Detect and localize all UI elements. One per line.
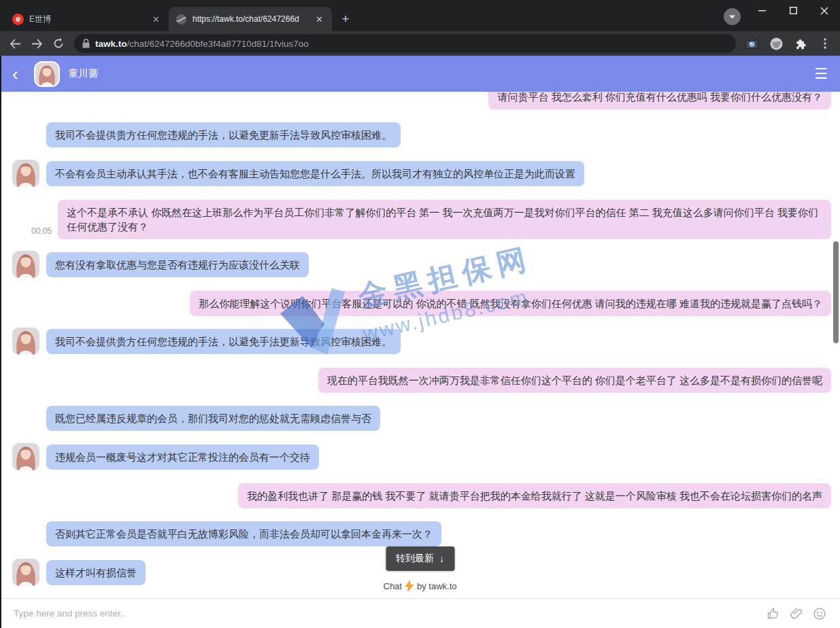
message-row: 违规会员一概废号这才对其它正常投注的会员有一个交待: [12, 444, 831, 470]
message-list: 请问贵平台 我怎么套利 你们充值有什么优惠吗 我要你们什么优惠没有？ 我司不会提…: [0, 92, 840, 586]
chat-back-button[interactable]: ‹: [12, 65, 30, 83]
message-input[interactable]: [14, 608, 756, 618]
browser-menu-button[interactable]: [815, 33, 835, 54]
message-row: 那么你能理解这个说明你们平台客服还是可以的 你说的不错 既然我没有拿你们任何优惠…: [12, 291, 831, 316]
thumbs-up-button[interactable]: [767, 607, 780, 621]
message-row: 我司不会提供贵方任何您违规的手法，以避免更新手法导致风控审核困难。: [12, 122, 831, 148]
jump-to-latest-label: 转到最新: [396, 553, 434, 565]
eshibo-favicon-icon: e: [12, 14, 24, 25]
message-bubble: 违规会员一概废号这才对其它正常投注的会员有一个交待: [46, 444, 319, 470]
message-row: 请问贵平台 我怎么套利 你们充值有什么优惠吗 我要你们什么优惠没有？: [12, 92, 831, 109]
message-bubble: 我的盈利我也讲了 那是赢的钱 我不要了 就请贵平台把我的本金给我就行了 这就是一…: [238, 483, 831, 508]
tab-title: E世博: [29, 14, 145, 25]
chat-header: ‹ 童川蔷 ☰: [0, 56, 840, 92]
message-row: 现在的平台我既然一次冲两万我是非常信任你们这个平台的 你们是个老平台了 这么多是…: [12, 368, 831, 393]
message-row: 不会有会员主动承认其手法，也不会有客服主动告知您您是什么手法。所以我司才有独立的…: [12, 161, 831, 187]
lightning-bolt-icon: [405, 580, 414, 591]
tab-eshibo[interactable]: e E世博 ✕: [5, 7, 169, 31]
extensions-button[interactable]: [790, 33, 811, 54]
message-bubble: 我司不会提供贵方任何您违规的手法，以避免更新手法导致风控审核困难。: [46, 122, 401, 147]
message-bubble: 那么你能理解这个说明你们平台客服还是可以的 你说的不错 既然我没有拿你们任何优惠…: [190, 291, 831, 316]
message-bubble: 您有没有拿取优惠与您是否有违规行为应该没什么关联: [46, 252, 309, 277]
message-bubble: 既您已经属违反规章的会员，那们我司对您的惩处就无需顾虑信誉与否: [46, 406, 380, 431]
agent-avatar: [34, 61, 60, 87]
message-timestamp: 00:05: [31, 226, 52, 236]
agent-avatar: [12, 328, 39, 355]
composer-bar: [0, 598, 840, 628]
browser-toolbar: tawk.to/chat/6247266d0bfe3f4a87710d81/1f…: [0, 31, 840, 56]
media-controls-button[interactable]: [724, 8, 741, 25]
chat-scrollbar-thumb[interactable]: [833, 241, 839, 343]
jump-to-latest-button[interactable]: 转到最新 ↓: [386, 546, 454, 571]
lock-icon: [82, 39, 90, 48]
composer-icons: [767, 607, 826, 621]
screenshot-extension-button[interactable]: [741, 33, 762, 54]
message-bubble: 请问贵平台 我怎么套利 你们充值有什么优惠吗 我要你们什么优惠没有？: [488, 92, 831, 109]
url-path: /chat/6247266d0bfe3f4a87710d81/1fvius7oo: [127, 39, 309, 49]
kebab-menu-icon: [824, 38, 826, 49]
message-row: 我的盈利我也讲了 那是赢的钱 我不要了 就请贵平台把我的本金给我就行了 这就是一…: [12, 483, 831, 508]
globe-avatar-icon: [770, 37, 783, 50]
chat-menu-button[interactable]: ☰: [814, 67, 828, 82]
message-bubble: 这个不是承不承认 你既然在这上班那么作为平台员工你们非常了解你们的平台 第一 我…: [58, 200, 831, 239]
caret-down-icon: [728, 14, 736, 20]
tawk-branding-link[interactable]: Chat by tawk.to: [0, 580, 840, 591]
back-arrow-icon: [10, 39, 21, 49]
agent-name: 童川蔷: [68, 67, 99, 80]
message-row: 我司不会提供贵方任何您违规的手法，以避免手法更新导致风控审核困难。: [12, 329, 831, 355]
branding-chat-label: Chat: [384, 581, 402, 591]
message-row: 您有没有拿取优惠与您是否有违规行为应该没什么关联: [12, 252, 831, 278]
tab-title: https://tawk.to/chat/6247266d: [192, 14, 308, 24]
message-row: 00:05 这个不是承不承认 你既然在这上班那么作为平台员工你们非常了解你们的平…: [12, 200, 831, 239]
url-text: tawk.to/chat/6247266d0bfe3f4a87710d81/1f…: [95, 37, 309, 50]
reload-icon: [53, 38, 64, 49]
forward-button[interactable]: [27, 33, 47, 54]
minimize-button[interactable]: [746, 0, 777, 21]
globe-favicon-icon: [175, 14, 187, 25]
agent-avatar: [12, 251, 39, 278]
message-row: 既您已经属违反规章的会员，那们我司对您的惩处就无需顾虑信誉与否: [12, 406, 831, 432]
maximize-button[interactable]: [777, 0, 809, 21]
chat-body: 请问贵平台 我怎么套利 你们充值有什么优惠吗 我要你们什么优惠没有？ 我司不会提…: [0, 92, 840, 598]
url-host: tawk.to: [95, 39, 127, 49]
puzzle-icon: [794, 37, 807, 50]
window-controls: [746, 0, 840, 21]
forward-arrow-icon: [31, 39, 43, 49]
new-tab-button[interactable]: +: [336, 10, 355, 29]
tab-tawk-chat[interactable]: https://tawk.to/chat/6247266d ✕: [169, 7, 332, 31]
tab-strip: e E世博 ✕ https://tawk.to/chat/6247266d ✕ …: [0, 0, 355, 31]
message-bubble: 否则其它正常会员是否就平白无故博彩风险，而非法会员却可以拿回本金再来一次？: [46, 521, 441, 546]
down-arrow-icon: ↓: [439, 553, 444, 564]
message-bubble: 我司不会提供贵方任何您违规的手法，以避免手法更新导致风控审核困难。: [46, 329, 401, 354]
emoji-button[interactable]: [813, 607, 826, 621]
window-left-edge: [0, 56, 1, 628]
reload-button[interactable]: [48, 33, 69, 54]
branding-by-label: by tawk.to: [417, 581, 457, 591]
browser-titlebar: e E世博 ✕ https://tawk.to/chat/6247266d ✕ …: [0, 0, 840, 31]
address-bar[interactable]: tawk.to/chat/6247266d0bfe3f4a87710d81/1f…: [74, 34, 736, 53]
attachment-button[interactable]: [790, 607, 803, 621]
message-bubble: 现在的平台我既然一次冲两万我是非常信任你们这个平台的 你们是个老平台了 这么多是…: [318, 368, 831, 393]
tab-close-icon[interactable]: ✕: [314, 14, 325, 25]
toolbar-extensions: [741, 33, 835, 54]
camera-icon: [745, 38, 758, 49]
tab-close-icon[interactable]: ✕: [150, 14, 162, 25]
close-button[interactable]: [809, 0, 840, 21]
agent-avatar: [12, 443, 39, 470]
agent-avatar: [12, 160, 39, 187]
back-button[interactable]: [5, 33, 25, 54]
message-bubble: 不会有会员主动承认其手法，也不会有客服主动告知您您是什么手法。所以我司才有独立的…: [46, 161, 584, 186]
message-row: 否则其它正常会员是否就平白无故博彩风险，而非法会员却可以拿回本金再来一次？: [12, 521, 831, 547]
profile-button[interactable]: [766, 33, 786, 54]
